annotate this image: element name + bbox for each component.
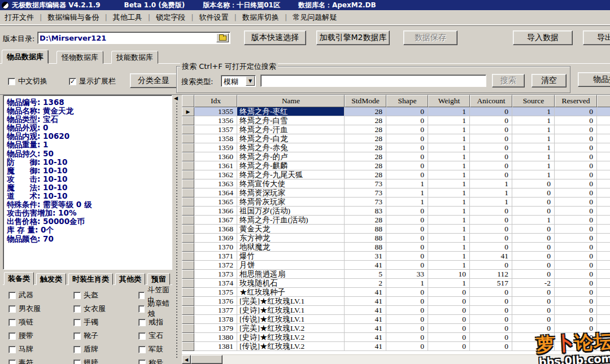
table-row[interactable]: 1374玫瑰随机石211517-20 [182, 279, 610, 288]
cell-value[interactable]: 0 [470, 116, 512, 125]
cell-value[interactable]: 0 [512, 315, 555, 324]
grid-column-header-stdmode[interactable]: StdMode [345, 95, 386, 107]
cell-value[interactable]: 0 [470, 333, 512, 342]
show-extension-checkbox[interactable]: ✓ 显示扩展栏 [69, 76, 116, 86]
cell-value[interactable]: 0 [555, 315, 597, 324]
cell-value[interactable]: 83 [345, 207, 386, 216]
table-row[interactable]: 1379[完美]★红玫瑰LV.24100000 [182, 324, 610, 333]
cell-value[interactable]: 1357 [194, 125, 237, 134]
category-checkbox[interactable]: 翅膀 [73, 356, 138, 364]
cell-name[interactable]: 终焉资深玩家 [237, 188, 345, 198]
cell-value[interactable]: 1381 [194, 342, 237, 351]
category-checkbox[interactable]: 军鼓 [138, 343, 172, 356]
cell-value[interactable]: 41 [345, 261, 386, 270]
row-selector-cell[interactable] [182, 333, 194, 342]
row-selector-cell[interactable] [182, 342, 194, 351]
cell-value[interactable]: 1369 [194, 234, 237, 243]
table-row[interactable]: 1370地狱魔龙8801000 [182, 243, 610, 252]
cell-value[interactable]: 1 [512, 134, 555, 143]
cell-value[interactable]: 0 [386, 125, 428, 134]
cell-value[interactable]: 41 [345, 306, 386, 315]
cell-value[interactable]: 0 [555, 198, 597, 207]
cell-value[interactable]: 0 [555, 297, 597, 306]
menu-item-6[interactable]: 数据库切换 [238, 11, 284, 24]
cell-value[interactable]: 0 [428, 333, 470, 342]
cell-value[interactable]: 0 [512, 324, 555, 333]
cell-value[interactable]: 1363 [194, 179, 237, 188]
cell-value[interactable]: 0 [555, 306, 597, 315]
cell-name[interactable]: 相思熊逍遥扇 [237, 270, 345, 279]
cell-value[interactable]: 2 [345, 279, 386, 288]
cell-value[interactable]: 0 [555, 243, 597, 252]
grid-column-header-source[interactable]: Source [512, 95, 555, 107]
cell-value[interactable]: 0 [386, 161, 428, 170]
cell-value[interactable]: 1 [428, 161, 470, 170]
tab-category-1[interactable]: 装备类 [4, 272, 34, 285]
cell-value[interactable]: 0 [386, 216, 428, 225]
cell-name[interactable]: ★红玫瑰种子 [237, 288, 345, 297]
category-checkbox[interactable]: 男衣服 [8, 302, 73, 315]
cell-value[interactable]: 1362 [194, 170, 237, 179]
table-row[interactable]: 1362终焉之舟-九尾天狐2801010 [182, 170, 610, 179]
category-checkbox[interactable]: 称号 [138, 356, 172, 364]
cell-value[interactable]: 0 [512, 297, 555, 306]
row-selector-cell[interactable] [182, 188, 194, 198]
row-selector-cell[interactable] [182, 134, 194, 143]
cell-value[interactable]: 0 [555, 225, 597, 234]
row-selector-cell[interactable] [182, 207, 194, 216]
cell-value[interactable]: 0 [555, 270, 597, 279]
cell-value[interactable]: 0 [470, 288, 512, 297]
cell-value[interactable]: 28 [345, 107, 386, 116]
cell-value[interactable]: 0 [555, 342, 597, 351]
grid-column-header-name[interactable]: Name [237, 95, 345, 107]
table-row[interactable]: 1366祖国万岁(活动)8301000 [182, 207, 610, 216]
table-row[interactable]: 1360终焉之舟-的卢2801010 [182, 152, 610, 161]
cell-value[interactable]: 0 [512, 198, 555, 207]
cell-value[interactable]: 0 [555, 188, 597, 198]
row-selector-cell[interactable] [182, 324, 194, 333]
menu-item-2[interactable]: 数据编辑与备份 [43, 11, 103, 24]
cell-value[interactable]: 0 [470, 324, 512, 333]
row-selector-cell[interactable] [182, 270, 194, 279]
cell-value[interactable]: 1 [428, 179, 470, 188]
category-checkbox[interactable]: 靴子 [73, 329, 138, 343]
category-checkbox[interactable]: 腰带 [8, 329, 73, 343]
cell-value[interactable]: 0 [470, 170, 512, 179]
cell-value[interactable]: 1 [428, 170, 470, 179]
grid-column-header-reserved[interactable]: Reserved [555, 95, 597, 107]
menu-item-1[interactable]: 打开文件 [0, 11, 38, 24]
cell-value[interactable]: 0 [470, 216, 512, 225]
cell-value[interactable]: 88 [345, 225, 386, 234]
row-selector-cell[interactable] [182, 179, 194, 188]
cell-value[interactable]: 0 [470, 306, 512, 315]
category-checkbox[interactable]: 宝石 [138, 329, 172, 343]
cell-value[interactable]: 0 [555, 125, 597, 134]
browse-folder-button[interactable] [216, 33, 229, 42]
cell-value[interactable]: 1 [512, 116, 555, 125]
cell-value[interactable]: 1358 [194, 134, 237, 143]
cell-value[interactable]: 0 [512, 179, 555, 188]
row-selector-cell[interactable] [182, 198, 194, 207]
cell-value[interactable]: 0 [470, 342, 512, 351]
chinese-toggle-checkbox[interactable]: 中文切换 [8, 76, 47, 86]
cell-value[interactable]: 1 [428, 207, 470, 216]
cell-value[interactable]: 28 [345, 152, 386, 161]
cell-value[interactable]: 1366 [194, 207, 237, 216]
cell-value[interactable]: 1374 [194, 279, 237, 288]
table-row[interactable]: 1361终焉之舟-麒麟2801010 [182, 161, 610, 170]
row-selector-cell[interactable] [182, 152, 194, 161]
row-selector-cell[interactable] [182, 234, 194, 243]
cell-name[interactable]: 玫瑰随机石 [237, 279, 345, 288]
cell-name[interactable]: [史诗]★红玫瑰LV.1 [237, 306, 345, 315]
table-row[interactable]: 1377[史诗]★红玫瑰LV.14100000 [182, 306, 610, 315]
chevron-down-icon[interactable]: ▼ [246, 76, 255, 86]
cell-name[interactable]: 终焉宣传大使 [237, 179, 345, 188]
cell-value[interactable]: 0 [555, 279, 597, 288]
cell-value[interactable]: 33 [386, 270, 428, 279]
row-selector-cell[interactable] [182, 143, 194, 152]
cell-value[interactable]: 0 [555, 116, 597, 125]
table-row[interactable]: 1357终焉之舟-汗血2801010 [182, 125, 610, 134]
grid-column-header-looks[interactable]: Looks [597, 95, 610, 107]
cell-value[interactable]: 0 [512, 188, 555, 198]
cell-value[interactable]: 0 [555, 324, 597, 333]
